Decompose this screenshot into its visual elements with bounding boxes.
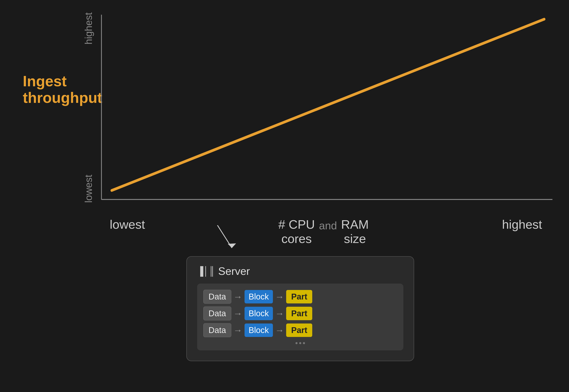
arrow-right-6: → <box>275 325 284 336</box>
server-inner: Data → Block → Part Data → Block → <box>197 283 403 350</box>
arrow-right-1: → <box>233 292 242 302</box>
server-icon: ▐│║ <box>197 266 215 276</box>
part-label-1: Part <box>286 290 312 303</box>
x-label-cpu: # CPU <box>278 217 315 232</box>
chart-area: Ingest throughput highest lowest <box>16 13 553 215</box>
block-label-3: Block <box>244 323 273 337</box>
x-label-lowest: lowest <box>110 217 145 232</box>
y-tick-highest: highest <box>83 13 94 44</box>
server-label: Server <box>218 265 250 277</box>
data-label-2: Data <box>203 307 231 320</box>
block-label-2: Block <box>244 307 273 320</box>
combined-bottom: lowest # CPU cores and RAM size highest <box>16 215 553 361</box>
server-header: ▐│║ Server <box>197 265 403 277</box>
ellipsis-dots <box>203 342 397 344</box>
y-label-line1: Ingest <box>23 73 67 89</box>
part-label-2: Part <box>286 307 312 320</box>
dot-2 <box>299 342 301 344</box>
x-label-size: size <box>344 232 366 246</box>
x-axis-labels: lowest # CPU cores and RAM size highest <box>100 217 553 246</box>
y-tick-lowest: lowest <box>83 175 94 203</box>
block-label-1: Block <box>244 290 273 303</box>
data-label-1: Data <box>203 290 231 304</box>
x-label-highest: highest <box>502 217 542 232</box>
svg-line-2 <box>112 19 544 191</box>
chart-with-axes: highest lowest <box>83 13 553 215</box>
arrow-right-2: → <box>275 292 284 302</box>
diagram-section: ▐│║ Server Data → Block → Part <box>186 252 553 361</box>
arrow-right-5: → <box>233 325 242 336</box>
table-row: Data → Block → Part <box>203 323 397 337</box>
y-axis-ticks: highest lowest <box>83 13 98 203</box>
chart-svg-container <box>100 13 553 215</box>
x-label-cpu-ram-group: # CPU cores and RAM size <box>278 217 369 246</box>
x-label-and: and <box>319 217 337 232</box>
table-row: Data → Block → Part <box>203 290 397 304</box>
chart-svg <box>100 13 553 215</box>
arrow-indicator <box>215 225 240 255</box>
part-label-3: Part <box>286 323 312 337</box>
svg-marker-4 <box>228 243 236 248</box>
x-label-ram: RAM <box>341 217 369 232</box>
x-label-cores: cores <box>281 232 312 246</box>
dot-1 <box>296 342 298 344</box>
arrow-right-4: → <box>275 308 284 319</box>
arrow-right-3: → <box>233 308 242 319</box>
table-row: Data → Block → Part <box>203 307 397 320</box>
server-rows: Data → Block → Part Data → Block → <box>203 290 397 340</box>
server-diagram-box: ▐│║ Server Data → Block → Part <box>186 256 414 361</box>
data-label-3: Data <box>203 323 231 337</box>
dot-3 <box>303 342 305 344</box>
